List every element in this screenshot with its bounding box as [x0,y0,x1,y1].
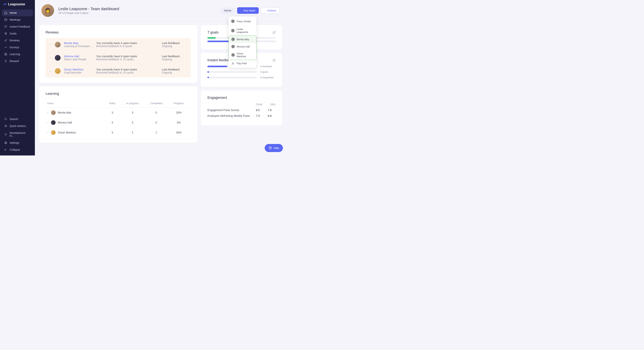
table-header: Users Paths In progress Completed Progre… [46,99,191,108]
svg-point-6 [5,142,6,143]
feedback-row: 0 given [208,70,276,73]
expand-icon[interactable]: ▷ [47,122,49,124]
review-name[interactable]: Monica Hall [64,54,93,58]
eng-label: Engagement Pulse Survey [208,109,252,112]
user-name: Oscar Martinez [58,131,76,134]
team-dropdown: Tracy Jordan Leslie Leapsome Benita May [228,16,256,68]
learning-table: Users Paths In progress Completed Progre… [46,99,191,137]
feedback-label: 0 requested [260,76,276,79]
eng-label: Employee Well-being Weekly Pulse [208,114,252,117]
dropdown-item-tracy[interactable]: Tracy Jordan [228,18,256,25]
cell-paths: 3 [104,111,121,114]
sidebar-item-label: Instant Feedback [10,25,30,28]
svg-point-1 [5,32,7,35]
review-tasks: You currently have 4 open tasks [96,41,158,45]
svg-rect-9 [233,63,234,64]
sidebar-item-label: Collapse [10,148,20,151]
sidebar-item-surveys[interactable]: Surveys [2,44,33,51]
expand-icon[interactable]: ▷ [47,112,49,114]
cell-in-progress: 3 [121,111,144,114]
search-icon [4,118,7,121]
dropdown-separator [228,25,256,25]
help-icon [268,146,272,150]
sidebar-item-quick-actions[interactable]: Quick Actions [2,123,33,129]
home-button[interactable]: Home [220,7,234,14]
sidebar-item-instant-feedback[interactable]: Instant Feedback [2,23,33,30]
sidebar-item-goals[interactable]: Goals [2,30,33,37]
learning-title: Learning [46,92,191,96]
review-role: Learning & Developmen... [64,45,93,48]
cell-completed: 1 [144,131,168,134]
dropdown-item-oscar[interactable]: Oscar Martinez [229,50,256,60]
org-chart-icon [231,62,234,65]
table-row[interactable]: ▷ Monica Hall 3 3 0 0% [46,118,191,127]
actions-button[interactable]: ⌄Actions [261,7,280,14]
sidebar-item-label: Settings [10,141,19,144]
expand-icon[interactable]: ▷ [50,70,51,72]
review-row[interactable]: ▷ Oscar Martinez Lead Recruiter You curr… [46,64,191,77]
sidebar-item-meetings[interactable]: Meetings [2,16,33,23]
external-link-icon[interactable] [272,59,276,62]
your-team-button[interactable]: ⌄Your team [237,7,259,14]
review-row[interactable]: ▷ Monica Hall Team Lead People You curre… [46,51,191,64]
avatar-icon [231,37,235,41]
expand-icon[interactable]: ▷ [50,43,51,45]
sidebar-item-settings[interactable]: Settings [2,139,33,146]
sidebar-item-reward[interactable]: Reward [2,58,33,64]
sidebar-item-label: Home [10,11,17,14]
svg-point-2 [5,33,6,34]
home-icon [4,11,7,14]
review-row[interactable]: ▷ Benita May Learning & Developmen... Yo… [46,38,191,51]
table-row[interactable]: ▷ Benita May 3 3 0 25% [46,108,191,118]
dropdown-item-benita[interactable]: Benita May [229,36,256,43]
review-feedback: Received feedback in 9 cycles [96,45,158,48]
sidebar-item-collapse[interactable]: Collapse [2,146,33,153]
sidebar-item-search[interactable]: Search [2,116,33,123]
expand-icon[interactable]: ▷ [47,132,49,134]
dropdown-item-monica[interactable]: Monica Hall [229,43,256,50]
dropdown-group: Benita May Monica Hall Oscar Martinez [228,35,256,60]
col-progress: Progress [168,102,189,105]
avatar-icon [55,42,60,47]
sidebar-item-learning[interactable]: Learning [2,51,33,58]
avatar-icon [55,55,60,61]
avatar-icon [55,68,60,74]
eng-team-val: 7.3 [252,114,264,117]
feedback-bar [208,71,257,73]
feedback-label: 0 given [260,70,276,73]
sidebar-item-reviews[interactable]: Reviews [2,37,33,44]
sidebar-item-development[interactable]: Development Fr... [2,129,33,139]
cell-completed: 0 [144,111,168,114]
eng-org-val: 6.8 [264,114,276,117]
plus-icon [4,124,7,127]
logo[interactable]: Leapsome [2,2,33,6]
user-name: Benita May [58,111,71,114]
expand-icon[interactable]: ▷ [50,57,51,59]
review-name[interactable]: Oscar Martinez [64,68,93,71]
engagement-header: TEAM ORG [208,103,276,106]
status-value: Ongoing [162,71,187,74]
status-label: Last feedback [162,54,187,58]
table-row[interactable]: ▷ Oscar Martinez 3 2 1 33% [46,127,191,137]
external-link-icon[interactable] [272,31,276,34]
review-role: Lead Recruiter [64,71,93,74]
feedback-bar [208,77,257,78]
main-content: 👩 Leslie Leapsome - Team dashboard VP of… [35,0,286,155]
review-name[interactable]: Benita May [64,41,93,45]
dropdown-item-org-chart[interactable]: Org chart [228,60,256,67]
sidebar-item-label: Meetings [10,18,20,21]
dropdown-item-leslie[interactable]: Leslie Leapsome [228,26,256,35]
sidebar-item-home[interactable]: Home [2,9,33,16]
avatar-icon [51,120,56,125]
chevron-down-icon: ⌄ [240,9,242,12]
svg-rect-8 [232,63,233,64]
feedback-row: 0 requested [208,76,276,79]
svg-point-3 [5,118,6,120]
svg-point-5 [5,134,6,135]
svg-rect-7 [232,62,233,63]
cell-paths: 3 [104,131,121,134]
status-value: Ongoing [162,45,187,48]
sidebar-item-label: Quick Actions [10,124,26,127]
goals-title: 7 goals [208,30,218,34]
help-button[interactable]: Help [265,144,283,152]
